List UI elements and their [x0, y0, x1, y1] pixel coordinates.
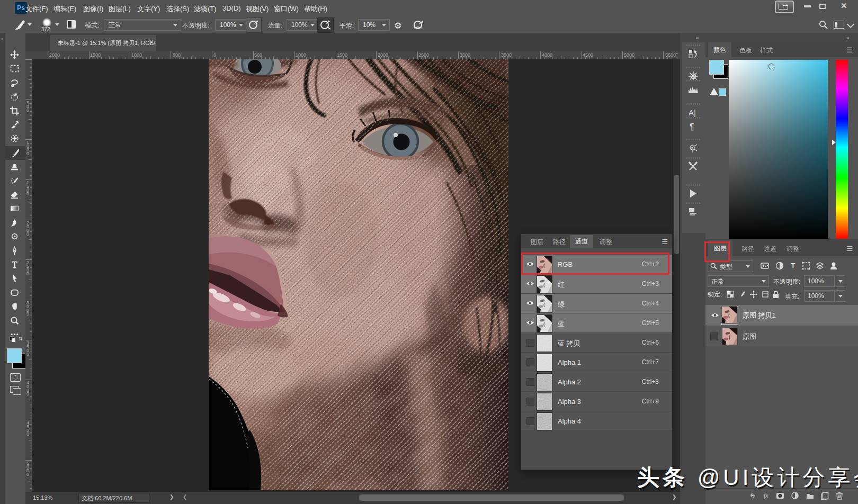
- svg-text:fx: fx: [764, 492, 768, 499]
- svg-text:¶: ¶: [690, 122, 694, 131]
- svg-text:T: T: [791, 262, 796, 270]
- svg-text:A|: A|: [689, 108, 696, 117]
